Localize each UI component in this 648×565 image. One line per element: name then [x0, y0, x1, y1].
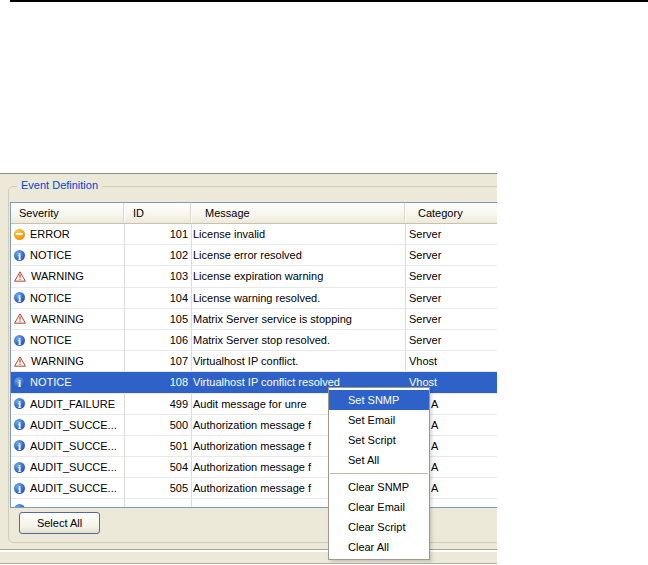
- table-row[interactable]: ERROR101License invalidServer: [11, 224, 497, 245]
- column-header-message[interactable]: Message: [191, 203, 405, 223]
- severity-label: WARNING: [31, 313, 84, 325]
- context-menu: Set SNMPSet EmailSet ScriptSet AllClear …: [328, 387, 430, 560]
- id-cell: 505: [124, 478, 191, 498]
- severity-cell: WARNING: [11, 309, 124, 329]
- select-all-button[interactable]: Select All: [19, 512, 100, 534]
- severity-label: AUDIT_SUCCE...: [30, 461, 117, 473]
- severity-cell: WARNING: [11, 351, 124, 371]
- severity-label: NOTICE: [30, 249, 72, 261]
- info-icon: [14, 483, 25, 494]
- screenshot-canvas: Event Definition SeverityIDMessageCatego…: [0, 0, 648, 565]
- category-cell: Server: [405, 224, 497, 244]
- info-icon: [14, 377, 25, 388]
- severity-cell: [11, 499, 124, 507]
- error-icon: [14, 229, 25, 240]
- message-cell: Matrix Server service is stopping: [191, 309, 405, 329]
- warning-icon: [14, 313, 26, 324]
- column-header-severity[interactable]: Severity: [11, 203, 124, 223]
- id-cell: 101: [124, 224, 191, 244]
- menu-item-set-email[interactable]: Set Email: [329, 410, 429, 430]
- severity-label: AUDIT_SUCCE...: [30, 440, 117, 452]
- info-icon: [14, 504, 25, 507]
- message-cell: License expiration warning: [191, 266, 405, 286]
- category-cell: Server: [405, 330, 497, 350]
- warning-icon: [14, 356, 26, 367]
- severity-cell: ERROR: [11, 224, 124, 244]
- info-icon: [14, 335, 25, 346]
- category-cell: Server: [405, 288, 497, 308]
- warning-icon: [14, 271, 26, 282]
- id-cell: 107: [124, 351, 191, 371]
- message-cell: License warning resolved.: [191, 288, 405, 308]
- severity-label: ERROR: [30, 228, 70, 240]
- severity-cell: AUDIT_FAILURE: [11, 394, 124, 414]
- severity-cell: AUDIT_SUCCE...: [11, 478, 124, 498]
- severity-cell: AUDIT_SUCCE...: [11, 457, 124, 477]
- category-cell: Server: [405, 245, 497, 265]
- severity-label: NOTICE: [30, 292, 72, 304]
- severity-cell: WARNING: [11, 266, 124, 286]
- id-cell: 104: [124, 288, 191, 308]
- info-icon: [14, 419, 25, 430]
- menu-item-set-script[interactable]: Set Script: [329, 430, 429, 450]
- severity-label: AUDIT_SUCCE...: [30, 482, 117, 494]
- category-cell: Vhost: [405, 351, 497, 371]
- severity-label: NOTICE: [30, 334, 72, 346]
- id-cell: 103: [124, 266, 191, 286]
- id-cell: 499: [124, 394, 191, 414]
- id-cell: [124, 499, 191, 507]
- info-icon: [14, 292, 25, 303]
- menu-item-set-snmp[interactable]: Set SNMP: [329, 390, 429, 410]
- menu-item-clear-email[interactable]: Clear Email: [329, 497, 429, 517]
- menu-separator: [330, 473, 428, 474]
- message-cell: License invalid: [191, 224, 405, 244]
- table-row[interactable]: NOTICE104License warning resolved.Server: [11, 288, 497, 309]
- column-header-category[interactable]: Category: [405, 203, 497, 223]
- severity-label: WARNING: [31, 355, 84, 367]
- groupbox-title: Event Definition: [17, 179, 102, 191]
- category-cell: Server: [405, 266, 497, 286]
- table-row[interactable]: NOTICE106Matrix Server stop resolved.Ser…: [11, 330, 497, 351]
- id-cell: 105: [124, 309, 191, 329]
- info-icon: [14, 250, 25, 261]
- severity-cell: AUDIT_SUCCE...: [11, 415, 124, 435]
- message-cell: License error resolved: [191, 245, 405, 265]
- severity-label: AUDIT_FAILURE: [30, 398, 115, 410]
- severity-label: NOTICE: [30, 376, 72, 388]
- table-row[interactable]: WARNING107Virtualhost IP conflict.Vhost: [11, 351, 497, 372]
- menu-item-clear-script[interactable]: Clear Script: [329, 517, 429, 537]
- severity-cell: NOTICE: [11, 330, 124, 350]
- table-row[interactable]: WARNING103License expiration warningServ…: [11, 266, 497, 287]
- severity-cell: NOTICE: [11, 245, 124, 265]
- id-cell: 501: [124, 436, 191, 456]
- info-icon: [14, 398, 25, 409]
- message-cell: Virtualhost IP conflict.: [191, 351, 405, 371]
- menu-item-clear-all[interactable]: Clear All: [329, 537, 429, 557]
- event-table-header: SeverityIDMessageCategory: [11, 203, 497, 224]
- message-cell: Matrix Server stop resolved.: [191, 330, 405, 350]
- table-row[interactable]: WARNING105Matrix Server service is stopp…: [11, 309, 497, 330]
- column-header-id[interactable]: ID: [124, 203, 191, 223]
- severity-cell: NOTICE: [11, 288, 124, 308]
- severity-label: WARNING: [31, 270, 84, 282]
- category-cell: Server: [405, 309, 497, 329]
- id-cell: 108: [124, 372, 191, 392]
- id-cell: 500: [124, 415, 191, 435]
- info-icon: [14, 440, 25, 451]
- severity-cell: NOTICE: [11, 372, 124, 392]
- menu-item-clear-snmp[interactable]: Clear SNMP: [329, 477, 429, 497]
- severity-cell: AUDIT_SUCCE...: [11, 436, 124, 456]
- severity-label: AUDIT_SUCCE...: [30, 419, 117, 431]
- id-cell: 504: [124, 457, 191, 477]
- info-icon: [14, 462, 25, 473]
- id-cell: 106: [124, 330, 191, 350]
- table-row[interactable]: NOTICE102License error resolvedServer: [11, 245, 497, 266]
- top-border-line: [10, 0, 648, 2]
- id-cell: 102: [124, 245, 191, 265]
- menu-item-set-all[interactable]: Set All: [329, 450, 429, 470]
